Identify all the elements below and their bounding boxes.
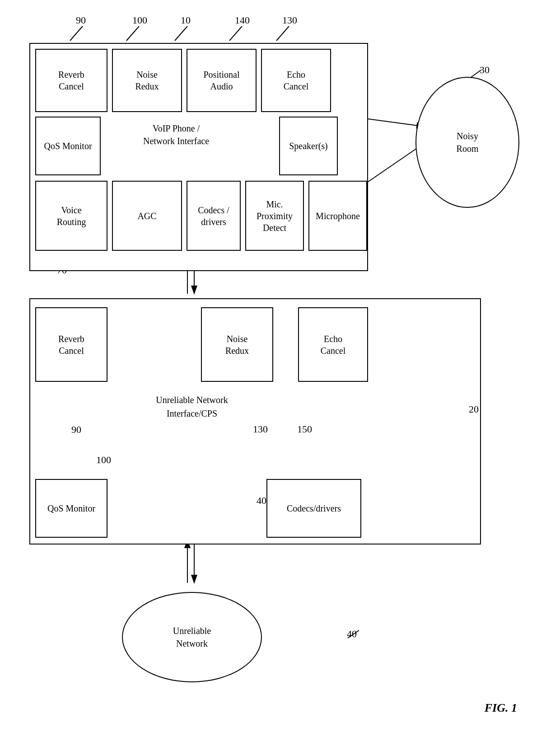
unreliable-network-ellipse: UnreliableNetwork — [122, 592, 262, 682]
ref-90-bot-label: 90 — [71, 424, 81, 436]
ref-150-bot-label: 100 — [96, 454, 111, 466]
ref-10-top-label: 10 — [181, 14, 191, 26]
qos-monitor-bot-box: QoS Monitor — [35, 479, 107, 538]
ref-90-top-label: 90 — [76, 14, 86, 26]
echo-cancel-bot-box: EchoCancel — [298, 307, 368, 382]
ref-110-bot-label: 40 — [257, 495, 266, 507]
noisy-room-ellipse: NoisyRoom — [415, 77, 519, 208]
unreliable-interface-label: Unreliable NetworkInterface/CPS — [120, 393, 264, 420]
ref-100-bot-label: 130 — [253, 423, 268, 435]
mic-proximity-box: Mic.ProximityDetect — [245, 181, 304, 251]
speakers-box: Speaker(s) — [279, 117, 338, 175]
agc-box: AGC — [112, 181, 182, 251]
svg-line-7 — [126, 26, 139, 41]
reverb-cancel-top-box: ReverbCancel — [35, 49, 107, 112]
ref-20-label: 20 — [469, 404, 479, 415]
ref-130-top-label: 130 — [282, 14, 297, 26]
qos-monitor-top-box: QoS Monitor — [35, 117, 101, 175]
voice-routing-box: VoiceRouting — [35, 181, 107, 251]
ref-40-label: 40 — [347, 628, 357, 640]
echo-cancel-top-box: EchoCancel — [261, 49, 331, 112]
voip-label: VoIP Phone /Network Interface — [117, 122, 235, 147]
codecs-bot-box: Codecs/drivers — [266, 479, 361, 538]
svg-line-10 — [276, 26, 289, 41]
diagram-container: 90 100 10 140 130 30 50 150 80 110 120 6… — [0, 0, 560, 751]
codecs-top-box: Codecs /drivers — [187, 181, 241, 251]
svg-line-8 — [175, 26, 187, 41]
svg-line-9 — [229, 26, 242, 41]
ref-140-top-label: 140 — [235, 14, 250, 26]
ref-130-bot-label: 150 — [297, 423, 312, 435]
positional-audio-box: PositionalAudio — [187, 49, 257, 112]
svg-line-6 — [70, 26, 83, 41]
ref-100-top-label: 100 — [132, 14, 147, 26]
noise-redux-top-box: NoiseRedux — [112, 49, 182, 112]
microphone-box: Microphone — [308, 181, 367, 251]
noise-redux-bot-box: NoiseRedux — [201, 307, 273, 382]
reverb-cancel-bot-box: ReverbCancel — [35, 307, 107, 382]
ref-30-label: 30 — [480, 64, 490, 76]
fig-label: FIG. 1 — [485, 701, 517, 715]
